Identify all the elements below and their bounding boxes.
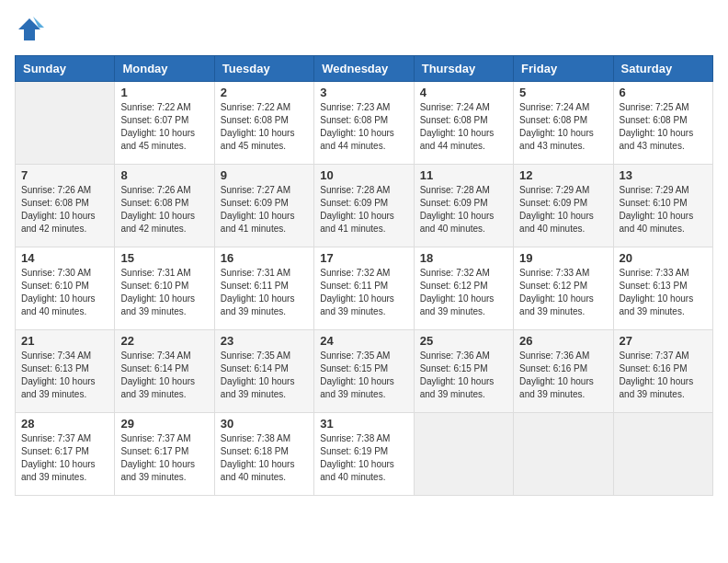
day-info: Sunrise: 7:24 AMSunset: 6:08 PMDaylight:…	[519, 101, 607, 153]
day-number: 23	[221, 334, 308, 348]
day-info: Sunrise: 7:29 AMSunset: 6:09 PMDaylight:…	[519, 184, 607, 236]
calendar-week-row: 7Sunrise: 7:26 AMSunset: 6:08 PMDaylight…	[16, 165, 713, 247]
calendar-cell: 3Sunrise: 7:23 AMSunset: 6:08 PMDaylight…	[314, 82, 414, 165]
day-number: 10	[320, 168, 407, 182]
day-number: 19	[519, 251, 607, 265]
day-info: Sunrise: 7:29 AMSunset: 6:10 PMDaylight:…	[620, 184, 707, 236]
day-number: 28	[21, 417, 108, 431]
calendar-header-row: SundayMondayTuesdayWednesdayThursdayFrid…	[16, 56, 713, 82]
calendar-cell: 31Sunrise: 7:38 AMSunset: 6:19 PMDayligh…	[314, 413, 414, 496]
calendar-cell: 20Sunrise: 7:33 AMSunset: 6:13 PMDayligh…	[613, 247, 712, 330]
day-number: 12	[519, 168, 607, 182]
day-header-wednesday: Wednesday	[314, 56, 414, 82]
day-info: Sunrise: 7:26 AMSunset: 6:08 PMDaylight:…	[120, 184, 208, 236]
day-info: Sunrise: 7:31 AMSunset: 6:10 PMDaylight:…	[120, 267, 208, 318]
calendar-cell: 21Sunrise: 7:34 AMSunset: 6:13 PMDayligh…	[16, 330, 115, 413]
day-number: 20	[620, 251, 707, 265]
day-info: Sunrise: 7:35 AMSunset: 6:15 PMDaylight:…	[320, 350, 407, 401]
day-number: 24	[320, 334, 407, 348]
calendar-cell: 11Sunrise: 7:28 AMSunset: 6:09 PMDayligh…	[414, 165, 513, 247]
calendar-cell: 30Sunrise: 7:38 AMSunset: 6:18 PMDayligh…	[214, 413, 313, 496]
day-info: Sunrise: 7:33 AMSunset: 6:12 PMDaylight:…	[519, 267, 607, 318]
calendar-cell: 25Sunrise: 7:36 AMSunset: 6:15 PMDayligh…	[414, 330, 513, 413]
day-number: 9	[221, 168, 308, 182]
day-number: 29	[120, 417, 208, 431]
day-number: 14	[21, 251, 108, 265]
day-number: 3	[320, 86, 407, 99]
calendar-cell: 19Sunrise: 7:33 AMSunset: 6:12 PMDayligh…	[514, 247, 613, 330]
calendar-cell: 9Sunrise: 7:27 AMSunset: 6:09 PMDaylight…	[214, 165, 313, 247]
calendar-cell: 6Sunrise: 7:25 AMSunset: 6:08 PMDaylight…	[613, 82, 712, 165]
calendar-cell: 22Sunrise: 7:34 AMSunset: 6:14 PMDayligh…	[115, 330, 214, 413]
day-info: Sunrise: 7:30 AMSunset: 6:10 PMDaylight:…	[21, 267, 108, 318]
calendar-cell: 18Sunrise: 7:32 AMSunset: 6:12 PMDayligh…	[414, 247, 513, 330]
day-info: Sunrise: 7:28 AMSunset: 6:09 PMDaylight:…	[320, 184, 407, 236]
day-number: 22	[120, 334, 208, 348]
calendar-cell: 24Sunrise: 7:35 AMSunset: 6:15 PMDayligh…	[314, 330, 414, 413]
day-info: Sunrise: 7:24 AMSunset: 6:08 PMDaylight:…	[420, 101, 507, 153]
day-header-tuesday: Tuesday	[214, 56, 313, 82]
day-number: 26	[519, 334, 607, 348]
logo-icon	[15, 15, 44, 44]
calendar-cell	[16, 82, 115, 165]
day-number: 6	[620, 86, 707, 99]
day-header-friday: Friday	[514, 56, 613, 82]
day-info: Sunrise: 7:25 AMSunset: 6:08 PMDaylight:…	[620, 101, 707, 153]
day-info: Sunrise: 7:33 AMSunset: 6:13 PMDaylight:…	[620, 267, 707, 318]
calendar: SundayMondayTuesdayWednesdayThursdayFrid…	[15, 55, 713, 496]
day-header-sunday: Sunday	[16, 56, 115, 82]
day-info: Sunrise: 7:38 AMSunset: 6:19 PMDaylight:…	[320, 432, 407, 484]
calendar-cell: 7Sunrise: 7:26 AMSunset: 6:08 PMDaylight…	[16, 165, 115, 247]
calendar-cell: 12Sunrise: 7:29 AMSunset: 6:09 PMDayligh…	[514, 165, 613, 247]
day-header-saturday: Saturday	[613, 56, 712, 82]
day-number: 11	[420, 168, 507, 182]
day-info: Sunrise: 7:37 AMSunset: 6:17 PMDaylight:…	[21, 432, 108, 484]
day-info: Sunrise: 7:34 AMSunset: 6:14 PMDaylight:…	[120, 350, 208, 401]
day-header-thursday: Thursday	[414, 56, 513, 82]
day-header-monday: Monday	[115, 56, 214, 82]
day-number: 17	[320, 251, 407, 265]
calendar-cell	[514, 413, 613, 496]
day-info: Sunrise: 7:32 AMSunset: 6:11 PMDaylight:…	[320, 267, 407, 318]
calendar-week-row: 1Sunrise: 7:22 AMSunset: 6:07 PMDaylight…	[16, 82, 713, 165]
day-number: 4	[420, 86, 507, 99]
calendar-cell: 16Sunrise: 7:31 AMSunset: 6:11 PMDayligh…	[214, 247, 313, 330]
calendar-cell: 10Sunrise: 7:28 AMSunset: 6:09 PMDayligh…	[314, 165, 414, 247]
day-number: 21	[21, 334, 108, 348]
calendar-week-row: 14Sunrise: 7:30 AMSunset: 6:10 PMDayligh…	[16, 247, 713, 330]
calendar-week-row: 28Sunrise: 7:37 AMSunset: 6:17 PMDayligh…	[16, 413, 713, 496]
calendar-cell: 23Sunrise: 7:35 AMSunset: 6:14 PMDayligh…	[214, 330, 313, 413]
day-number: 18	[420, 251, 507, 265]
calendar-cell: 28Sunrise: 7:37 AMSunset: 6:17 PMDayligh…	[16, 413, 115, 496]
calendar-week-row: 21Sunrise: 7:34 AMSunset: 6:13 PMDayligh…	[16, 330, 713, 413]
day-number: 5	[519, 86, 607, 99]
day-info: Sunrise: 7:38 AMSunset: 6:18 PMDaylight:…	[221, 432, 308, 484]
page-header	[15, 15, 713, 48]
day-number: 27	[620, 334, 707, 348]
day-number: 30	[221, 417, 308, 431]
calendar-cell	[613, 413, 712, 496]
calendar-cell: 4Sunrise: 7:24 AMSunset: 6:08 PMDaylight…	[414, 82, 513, 165]
day-info: Sunrise: 7:22 AMSunset: 6:07 PMDaylight:…	[120, 101, 208, 153]
day-number: 16	[221, 251, 308, 265]
day-info: Sunrise: 7:35 AMSunset: 6:14 PMDaylight:…	[221, 350, 308, 401]
calendar-cell: 13Sunrise: 7:29 AMSunset: 6:10 PMDayligh…	[613, 165, 712, 247]
calendar-cell: 1Sunrise: 7:22 AMSunset: 6:07 PMDaylight…	[115, 82, 214, 165]
day-number: 15	[120, 251, 208, 265]
day-number: 2	[221, 86, 308, 99]
day-info: Sunrise: 7:37 AMSunset: 6:16 PMDaylight:…	[620, 350, 707, 401]
day-info: Sunrise: 7:22 AMSunset: 6:08 PMDaylight:…	[221, 101, 308, 153]
calendar-cell: 14Sunrise: 7:30 AMSunset: 6:10 PMDayligh…	[16, 247, 115, 330]
day-number: 8	[120, 168, 208, 182]
calendar-cell: 2Sunrise: 7:22 AMSunset: 6:08 PMDaylight…	[214, 82, 313, 165]
day-number: 31	[320, 417, 407, 431]
day-number: 7	[21, 168, 108, 182]
calendar-cell: 29Sunrise: 7:37 AMSunset: 6:17 PMDayligh…	[115, 413, 214, 496]
day-number: 25	[420, 334, 507, 348]
day-info: Sunrise: 7:36 AMSunset: 6:16 PMDaylight:…	[519, 350, 607, 401]
calendar-cell	[414, 413, 513, 496]
day-number: 13	[620, 168, 707, 182]
day-info: Sunrise: 7:34 AMSunset: 6:13 PMDaylight:…	[21, 350, 108, 401]
calendar-cell: 15Sunrise: 7:31 AMSunset: 6:10 PMDayligh…	[115, 247, 214, 330]
day-info: Sunrise: 7:23 AMSunset: 6:08 PMDaylight:…	[320, 101, 407, 153]
